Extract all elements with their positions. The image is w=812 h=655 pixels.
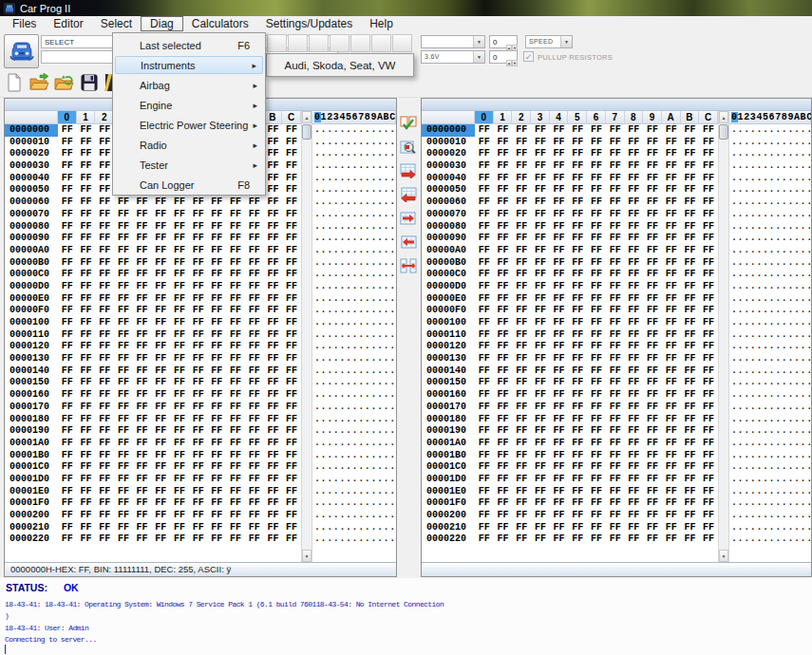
- hex-byte-cell[interactable]: FF: [699, 137, 718, 149]
- hex-byte-cell[interactable]: FF: [208, 522, 227, 534]
- hex-byte-cell[interactable]: FF: [282, 269, 301, 281]
- hex-byte-cell[interactable]: FF: [264, 293, 283, 306]
- hex-byte-cell[interactable]: FF: [550, 293, 569, 306]
- hex-byte-cell[interactable]: FF: [494, 196, 513, 209]
- hex-byte-cell[interactable]: FF: [133, 450, 152, 462]
- hex-byte-cell[interactable]: FF: [245, 425, 264, 438]
- hex-byte-cell[interactable]: FF: [512, 522, 531, 534]
- search-bytes-button[interactable]: [398, 136, 419, 158]
- hex-byte-cell[interactable]: FF: [494, 160, 513, 173]
- hex-byte-cell[interactable]: FF: [151, 425, 170, 438]
- hex-byte-cell[interactable]: FF: [662, 389, 681, 402]
- hex-byte-cell[interactable]: FF: [531, 293, 550, 306]
- hex-byte-cell[interactable]: FF: [643, 522, 662, 534]
- hex-byte-cell[interactable]: FF: [587, 377, 606, 389]
- hex-byte-cell[interactable]: FF: [208, 341, 227, 353]
- column-header[interactable]: 6: [587, 111, 606, 124]
- hex-byte-cell[interactable]: FF: [282, 148, 301, 160]
- hex-byte-cell[interactable]: FF: [662, 233, 681, 245]
- hex-byte-cell[interactable]: FF: [245, 377, 264, 389]
- hex-byte-cell[interactable]: FF: [114, 317, 133, 329]
- hex-byte-cell[interactable]: FF: [475, 461, 494, 474]
- hex-byte-cell[interactable]: FF: [114, 533, 133, 546]
- hex-byte-cell[interactable]: FF: [282, 365, 301, 378]
- hex-byte-cell[interactable]: FF: [264, 257, 283, 270]
- hex-byte-cell[interactable]: FF: [699, 533, 718, 546]
- hex-byte-cell[interactable]: FF: [606, 293, 625, 306]
- hex-byte-cell[interactable]: FF: [77, 173, 96, 185]
- hex-byte-cell[interactable]: FF: [226, 438, 245, 450]
- toolbar-button-4[interactable]: [330, 34, 349, 52]
- hex-byte-cell[interactable]: FF: [151, 281, 170, 293]
- hex-byte-cell[interactable]: FF: [133, 341, 152, 353]
- hex-byte-cell[interactable]: FF: [568, 137, 587, 149]
- hex-byte-cell[interactable]: FF: [550, 329, 569, 342]
- hex-byte-cell[interactable]: FF: [662, 245, 681, 257]
- hex-byte-cell[interactable]: FF: [699, 450, 718, 462]
- submenu-item-audi-skoda-seat-vw[interactable]: Audi, Skoda, Seat, VW: [285, 60, 396, 71]
- address-cell[interactable]: 0000000: [422, 124, 475, 137]
- hex-byte-cell[interactable]: FF: [189, 341, 208, 353]
- address-cell[interactable]: 00001F0: [5, 497, 58, 510]
- hex-byte-cell[interactable]: FF: [282, 497, 301, 510]
- hex-byte-cell[interactable]: FF: [494, 510, 513, 522]
- vehicle-select-button[interactable]: [4, 34, 39, 68]
- hex-byte-cell[interactable]: FF: [264, 196, 283, 209]
- hex-byte-cell[interactable]: FF: [494, 533, 513, 546]
- hex-byte-cell[interactable]: FF: [77, 402, 96, 414]
- hex-byte-cell[interactable]: FF: [170, 486, 189, 498]
- hex-byte-cell[interactable]: FF: [282, 281, 301, 293]
- hex-byte-cell[interactable]: FF: [531, 425, 550, 438]
- ascii-cell[interactable]: .............: [729, 450, 811, 462]
- hex-byte-cell[interactable]: FF: [170, 365, 189, 378]
- hex-byte-cell[interactable]: FF: [245, 497, 264, 510]
- hex-byte-cell[interactable]: FF: [494, 474, 513, 486]
- hex-byte-cell[interactable]: FF: [282, 137, 301, 149]
- hex-byte-cell[interactable]: FF: [264, 533, 283, 546]
- hex-byte-cell[interactable]: FF: [681, 269, 700, 281]
- hex-byte-cell[interactable]: FF: [699, 341, 718, 353]
- hex-byte-cell[interactable]: FF: [77, 281, 96, 293]
- column-header[interactable]: B: [681, 111, 700, 124]
- spinner-1[interactable]: 0 ▲▼: [489, 35, 518, 48]
- ascii-cell[interactable]: .............: [729, 293, 811, 306]
- hex-byte-cell[interactable]: FF: [282, 196, 301, 209]
- hex-byte-cell[interactable]: FF: [226, 196, 245, 209]
- hex-byte-cell[interactable]: FF: [587, 353, 606, 365]
- address-cell[interactable]: 0000070: [422, 209, 475, 221]
- hex-byte-cell[interactable]: FF: [625, 221, 644, 234]
- hex-byte-cell[interactable]: FF: [170, 293, 189, 306]
- ascii-cell[interactable]: .............: [312, 450, 396, 462]
- address-cell[interactable]: 0000110: [422, 329, 475, 342]
- hex-byte-cell[interactable]: FF: [58, 353, 77, 365]
- hex-byte-cell[interactable]: FF: [512, 184, 531, 196]
- hex-byte-cell[interactable]: FF: [587, 438, 606, 450]
- ascii-cell[interactable]: .............: [312, 293, 396, 306]
- spinner-2[interactable]: 0 ▲▼: [489, 50, 518, 64]
- toolbar-button-5[interactable]: [350, 34, 370, 52]
- hex-byte-cell[interactable]: FF: [95, 377, 114, 389]
- hex-byte-cell[interactable]: FF: [95, 486, 114, 498]
- hex-byte-cell[interactable]: FF: [568, 450, 587, 462]
- address-cell[interactable]: 0000150: [5, 377, 58, 389]
- hex-byte-cell[interactable]: FF: [170, 510, 189, 522]
- hex-byte-cell[interactable]: FF: [531, 461, 550, 474]
- hex-byte-cell[interactable]: FF: [133, 474, 152, 486]
- hex-byte-cell[interactable]: FF: [264, 148, 283, 160]
- hex-byte-cell[interactable]: FF: [494, 184, 513, 196]
- hex-byte-cell[interactable]: FF: [662, 414, 681, 426]
- hex-byte-cell[interactable]: FF: [170, 281, 189, 293]
- hex-byte-cell[interactable]: FF: [699, 438, 718, 450]
- hex-byte-cell[interactable]: FF: [568, 389, 587, 402]
- hex-byte-cell[interactable]: FF: [114, 389, 133, 402]
- menu-diag[interactable]: Diag: [141, 16, 183, 31]
- hex-byte-cell[interactable]: FF: [208, 425, 227, 438]
- hex-byte-cell[interactable]: FF: [114, 486, 133, 498]
- address-cell[interactable]: 0000180: [5, 414, 58, 426]
- hex-byte-cell[interactable]: FF: [625, 438, 644, 450]
- hex-byte-cell[interactable]: FF: [550, 305, 569, 317]
- hex-byte-cell[interactable]: FF: [550, 196, 569, 209]
- hex-byte-cell[interactable]: FF: [606, 402, 625, 414]
- hex-byte-cell[interactable]: FF: [681, 450, 700, 462]
- hex-byte-cell[interactable]: FF: [512, 510, 531, 522]
